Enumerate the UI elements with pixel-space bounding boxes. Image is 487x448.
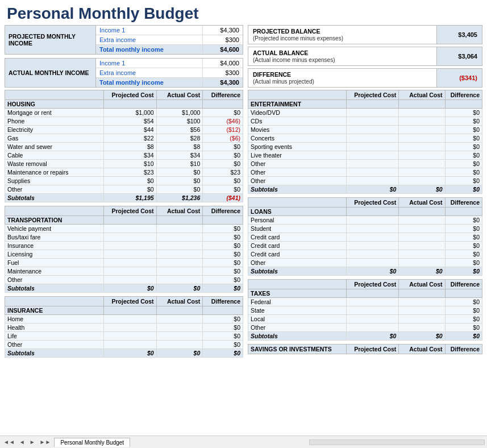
- row-projected: [347, 298, 399, 306]
- subtotal-projected: $0: [347, 332, 399, 341]
- row-projected: [104, 242, 157, 250]
- row-projected: [104, 225, 157, 233]
- cat-name: INSURANCE: [5, 306, 104, 315]
- row-actual: [399, 242, 445, 250]
- row-projected: [347, 216, 399, 225]
- entertainment-col-actual: Actual Cost: [399, 90, 445, 100]
- row-diff: $0: [203, 323, 243, 332]
- table-row: Bus/taxi fare $0: [5, 233, 243, 242]
- row-projected: [104, 250, 157, 259]
- transportation-header: [5, 206, 104, 216]
- row-projected: [347, 168, 399, 177]
- row-projected: [347, 134, 399, 143]
- insurance-table: Projected Cost Actual Cost Difference IN…: [5, 296, 243, 358]
- row-name: Credit card: [248, 250, 347, 259]
- row-name: Health: [5, 323, 104, 332]
- row-diff: $0: [203, 185, 243, 194]
- nav-next[interactable]: ►: [28, 439, 36, 445]
- subtotal-label: Subtotals: [248, 267, 347, 276]
- row-projected: [104, 267, 157, 276]
- subtotal-label: Subtotals: [248, 185, 347, 194]
- cat-name: HOUSING: [5, 100, 104, 109]
- table-row: Mortgage or rent $1,000 $1,000 $0: [5, 109, 243, 117]
- balance-sublabel: (Actual minus projected): [253, 78, 314, 85]
- row-name: Gas: [5, 134, 104, 143]
- income-row: Total monthly income $4,300: [96, 78, 243, 87]
- table-row: Maintenance or repairs $23 $0 $23: [5, 168, 243, 177]
- right-col: Projected Cost Actual Cost Difference EN…: [248, 90, 482, 435]
- income-row: Extra income $300: [96, 68, 243, 78]
- row-actual: $100: [156, 117, 203, 126]
- subtotal-row: Subtotals $1,195 $1,236 ($41): [5, 194, 243, 202]
- entertainment-table: Projected Cost Actual Cost Difference EN…: [248, 90, 482, 194]
- row-actual: [399, 225, 445, 233]
- insurance-header: [5, 297, 104, 306]
- row-name: Local: [248, 315, 347, 323]
- row-actual: [399, 315, 445, 323]
- row-projected: [104, 332, 157, 341]
- insurance-col-actual: Actual Cost: [156, 297, 203, 306]
- table-row: Health $0: [5, 323, 243, 332]
- row-name: Other: [248, 323, 347, 332]
- row-projected: [347, 151, 399, 160]
- row-projected: $34: [104, 151, 157, 160]
- housing-header: [5, 90, 104, 100]
- row-name: CDs: [248, 117, 347, 126]
- row-diff: $0: [445, 109, 482, 117]
- actual-income-group: ACTUAL MONTHLY INCOME Income 1 $4,000 Ex…: [5, 58, 243, 88]
- nav-first[interactable]: ◄◄: [2, 439, 16, 445]
- table-row: Maintenance $0: [5, 267, 243, 276]
- row-diff: $0: [203, 242, 243, 250]
- subtotal-row: Subtotals $0 $0 $0: [248, 332, 482, 341]
- savings-header: SAVINGS OR INVESTMENTS: [248, 345, 347, 354]
- table-row: Vehicle payment $0: [5, 225, 243, 233]
- row-diff: $0: [203, 233, 243, 242]
- page-title: Personal Monthly Budget: [0, 0, 487, 25]
- entertainment-col-diff: Difference: [445, 90, 482, 100]
- income-row-value: $300: [203, 35, 243, 44]
- taxes-table: Projected Cost Actual Cost Difference TA…: [248, 279, 482, 341]
- row-diff: $0: [445, 250, 482, 259]
- projected-income-rows: Income 1 $4,300 Extra income $300 Total …: [96, 26, 243, 54]
- table-row: Electricity $44 $56 ($12): [5, 126, 243, 134]
- table-row: Sporting events $0: [248, 143, 482, 151]
- row-name: Concerts: [248, 134, 347, 143]
- cat-name: TRANSPORTATION: [5, 216, 104, 225]
- row-actual: $28: [156, 134, 203, 143]
- table-row: Credit card $0: [248, 233, 482, 242]
- row-diff: $23: [203, 168, 243, 177]
- income-row: Extra income $300: [96, 35, 243, 45]
- row-actual: [399, 323, 445, 332]
- row-projected: $22: [104, 134, 157, 143]
- row-diff: $0: [203, 267, 243, 276]
- entertainment-header: [248, 90, 347, 100]
- row-projected: [347, 126, 399, 134]
- subtotal-label: Subtotals: [5, 194, 104, 202]
- row-actual: [399, 168, 445, 177]
- row-actual: $1,000: [156, 109, 203, 117]
- cat-name: LOANS: [248, 208, 347, 216]
- row-actual: [399, 250, 445, 259]
- row-actual: [399, 216, 445, 225]
- subtotal-projected: $0: [347, 185, 399, 194]
- income-row-value: $4,300: [203, 78, 243, 87]
- row-diff: $0: [203, 341, 243, 349]
- income-row-name: Extra income: [96, 35, 203, 44]
- horizontal-scrollbar[interactable]: [309, 439, 485, 445]
- subtotal-projected: $0: [347, 267, 399, 276]
- row-name: Video/DVD: [248, 109, 347, 117]
- balance-row: PROJECTED BALANCE (Projected income minu…: [248, 25, 482, 44]
- row-name: Other: [5, 185, 104, 194]
- sheet-tab[interactable]: Personal Monthly Budget: [54, 438, 130, 447]
- subtotal-actual: $0: [399, 267, 445, 276]
- bottom-bar: ◄◄ ◄ ► ►► Personal Monthly Budget: [0, 435, 487, 448]
- row-projected: $54: [104, 117, 157, 126]
- nav-prev[interactable]: ◄: [18, 439, 26, 445]
- nav-last[interactable]: ►►: [39, 439, 52, 445]
- row-name: Water and sewer: [5, 143, 104, 151]
- balance-value: $3,405: [436, 26, 482, 44]
- row-diff: $0: [445, 143, 482, 151]
- loans-table: Projected Cost Actual Cost Difference LO…: [248, 197, 482, 276]
- cat-name: ENTERTAINMENT: [248, 100, 347, 109]
- subtotal-label: Subtotals: [5, 349, 104, 358]
